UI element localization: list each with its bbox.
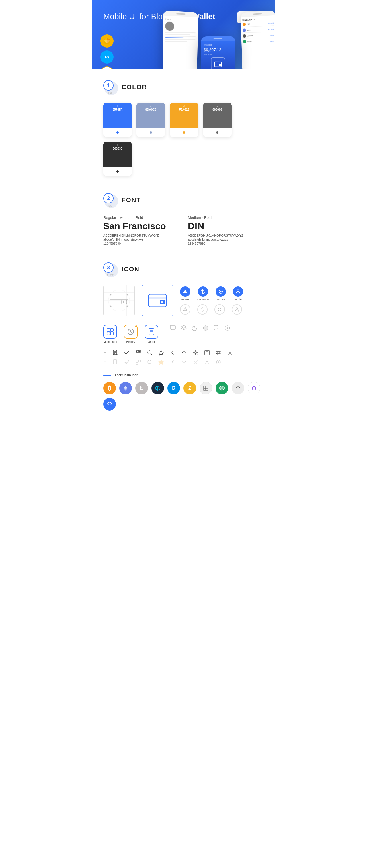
gear-icon <box>193 350 198 355</box>
svg-rect-42 <box>214 326 218 329</box>
color-swatch-8DA0C8: # 8DA0C8 <box>137 102 165 137</box>
nav-icon-assets: Assets <box>180 286 190 301</box>
app-icon-section: Mangment History <box>103 325 264 343</box>
grid-icon <box>200 382 212 395</box>
exchange-label: Exchange <box>197 298 209 301</box>
check-icon <box>124 350 130 355</box>
svg-rect-88 <box>204 389 205 391</box>
section-num-label: 1 <box>103 80 114 91</box>
font-sf-name: San Francisco <box>103 221 179 231</box>
hero-badges: Ps 60+ Screens <box>101 34 114 69</box>
svg-rect-34 <box>110 332 113 335</box>
font-din-name: DIN <box>188 221 264 231</box>
section-sub-1: ONE <box>108 92 112 94</box>
nav-icon-discover: Discover <box>216 286 226 301</box>
color-swatch-3574FA: # 3574FA <box>103 102 132 137</box>
exchange-icon <box>198 286 208 297</box>
svg-rect-73 <box>136 362 138 364</box>
ps-badge: Ps <box>101 51 114 64</box>
section-sub-2: TWO <box>108 205 112 207</box>
svg-rect-31 <box>107 329 110 332</box>
svg-rect-72 <box>139 360 140 362</box>
assets-label: Assets <box>181 298 189 301</box>
plus-icon: + <box>103 349 107 356</box>
star-icon <box>158 350 164 355</box>
svg-marker-21 <box>183 290 187 293</box>
phone-mockups: Profile myWallet $6,297.12 BTC ETH <box>172 12 270 69</box>
font-sf-label: Regular · Medium · Bold <box>103 215 179 220</box>
svg-point-45 <box>227 327 228 328</box>
doc-icon <box>112 350 118 355</box>
color-title: COLOR <box>121 83 147 91</box>
color-swatch-666666: # 666666 <box>203 102 232 137</box>
bitcoin-icon: ₿ <box>103 382 116 395</box>
exchange-icon-outline <box>197 304 207 314</box>
discover-icon-outline <box>215 304 225 314</box>
svg-marker-76 <box>159 360 163 364</box>
svg-point-81 <box>218 361 219 362</box>
tools-icons-row-1: + <box>103 349 264 356</box>
share-icon <box>181 350 187 355</box>
svg-rect-89 <box>206 389 208 391</box>
color-swatch-F5A623: # F5A623 <box>170 102 198 137</box>
svg-point-28 <box>218 308 221 311</box>
assets-icon-outline <box>180 304 190 314</box>
discover-label: Discover <box>216 298 226 301</box>
matic-icon <box>248 382 260 395</box>
section-num-3: 3 THREE <box>103 262 117 276</box>
order-icon-item: Order <box>144 325 158 343</box>
profile-icon <box>233 286 243 297</box>
color-section: 1 ONE COLOR # 3574FA # 8DA0C8 # <box>92 69 275 182</box>
section-num-label-3: 3 <box>103 262 114 273</box>
svg-rect-71 <box>136 360 138 362</box>
section-num-label-2: 2 <box>103 193 114 204</box>
svg-rect-32 <box>110 329 113 332</box>
svg-rect-55 <box>137 353 137 354</box>
font-din-nums: 1234567890 <box>188 242 264 245</box>
stratis-icon <box>151 382 164 395</box>
moon-icon <box>192 325 198 331</box>
svg-rect-56 <box>139 353 139 354</box>
profile-label: Profile <box>234 298 242 301</box>
management-icon <box>103 325 117 339</box>
plus-icon-dim: + <box>103 359 107 365</box>
layers-icon <box>181 325 187 331</box>
svg-point-41 <box>203 326 208 330</box>
icon-section-header: 3 THREE ICON <box>103 262 264 276</box>
order-label: Order <box>148 340 155 343</box>
message-icon <box>170 325 176 331</box>
svg-rect-58 <box>139 354 139 355</box>
chevron-left-icon <box>170 350 175 355</box>
svg-line-61 <box>150 353 152 355</box>
svg-point-20 <box>162 301 163 303</box>
dash-icon: D <box>167 382 180 395</box>
history-icon-item: History <box>124 325 138 343</box>
info-icon <box>224 325 230 331</box>
upload-icon <box>204 350 210 355</box>
font-din: Medium · Bold DIN ABCDEFGHIJKLMNOPQRSTUV… <box>188 215 264 245</box>
icon-title: ICON <box>121 266 140 273</box>
assets-icon <box>180 286 190 297</box>
svg-point-74 <box>148 360 151 364</box>
svg-marker-92 <box>236 386 240 390</box>
speech-icon <box>213 325 220 331</box>
svg-rect-57 <box>140 354 140 355</box>
icon-showcase-row: Assets Exchange <box>103 285 264 316</box>
svg-marker-62 <box>159 350 163 355</box>
svg-rect-86 <box>204 386 205 388</box>
svg-marker-27 <box>184 308 187 311</box>
font-din-label: Medium · Bold <box>188 215 264 220</box>
app-icons-row: Mangment History <box>103 325 158 343</box>
circle-icon <box>202 325 209 331</box>
close-icon <box>227 350 233 355</box>
svg-point-25 <box>220 291 222 292</box>
management-icon-item: Mangment <box>103 325 117 343</box>
icon-wireframe-box <box>103 285 135 316</box>
search-icon <box>147 350 152 355</box>
font-title: FONT <box>121 196 141 204</box>
crypto-icons-row: ₿ Ł D Z <box>103 382 264 419</box>
tools-icons-row-2-dim: + <box>103 359 264 365</box>
svg-rect-33 <box>107 332 110 335</box>
color-section-header: 1 ONE COLOR <box>103 80 264 94</box>
nav-icon-exchange: Exchange <box>197 286 209 301</box>
